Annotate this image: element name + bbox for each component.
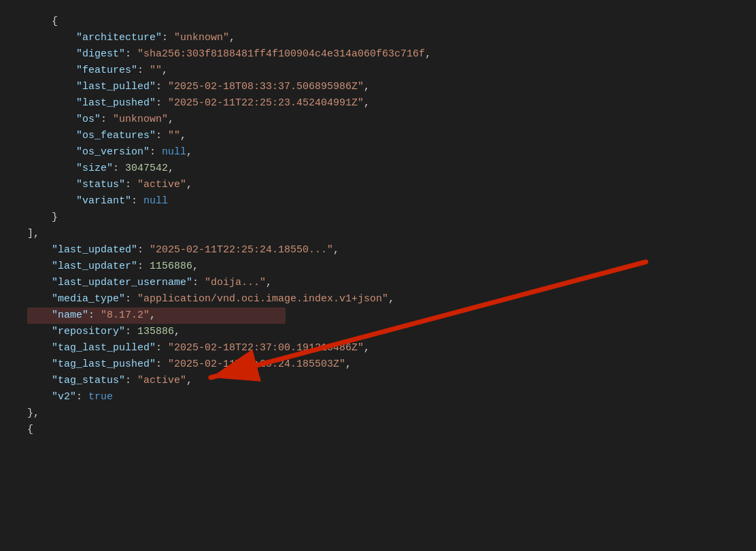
code-line-last_pulled: "last_pulled": "2025-02-18T08:33:37.5068…: [27, 79, 729, 95]
code-line-architecture: "architecture": "unknown",: [27, 30, 729, 46]
code-line-brace-close: }: [27, 210, 729, 226]
code-line-brace-open: {: [27, 14, 729, 30]
code-line-last_pushed: "last_pushed": "2025-02-11T22:25:23.4524…: [27, 95, 729, 112]
code-line-last_updated: "last_updated": "2025-02-11T22:25:24.185…: [27, 242, 729, 258]
highlighted-name-line: "name": "8.17.2",: [27, 307, 286, 324]
code-line-status: "status": "active",: [27, 177, 729, 193]
code-line-last_updater_username: "last_updater_username": "doija...",: [27, 275, 729, 291]
code-line-tag_last_pushed: "tag_last_pushed": "2025-02-11T22:25:24.…: [27, 356, 729, 373]
code-line-os: "os": "unknown",: [27, 112, 729, 128]
code-line-name: "name": "8.17.2",: [27, 307, 729, 324]
code-line-digest: "digest": "sha256:303f8188481ff4f100904c…: [27, 46, 729, 63]
code-line-os_version: "os_version": null,: [27, 144, 729, 161]
code-line-last_updater: "last_updater": 1156886,: [27, 258, 729, 275]
code-line-v2: "v2": true: [27, 389, 729, 405]
code-viewer: { "architecture": "unknown", "digest": "…: [0, 0, 756, 452]
code-line-os_features: "os_features": "",: [27, 128, 729, 144]
code-line-media_type: "media_type": "application/vnd.oci.image…: [27, 291, 729, 307]
code-line-repository: "repository": 135886,: [27, 324, 729, 340]
code-line-size: "size": 3047542,: [27, 161, 729, 177]
code-line-array-close: ],: [27, 226, 729, 242]
code-line-features: "features": "",: [27, 63, 729, 79]
code-line-variant: "variant": null: [27, 193, 729, 210]
code-line-outer-close: },: [27, 405, 729, 422]
code-line-tag_last_pulled: "tag_last_pulled": "2025-02-18T22:37:00.…: [27, 340, 729, 356]
code-line-final-brace: {: [27, 422, 729, 438]
code-line-tag_status: "tag_status": "active",: [27, 373, 729, 389]
